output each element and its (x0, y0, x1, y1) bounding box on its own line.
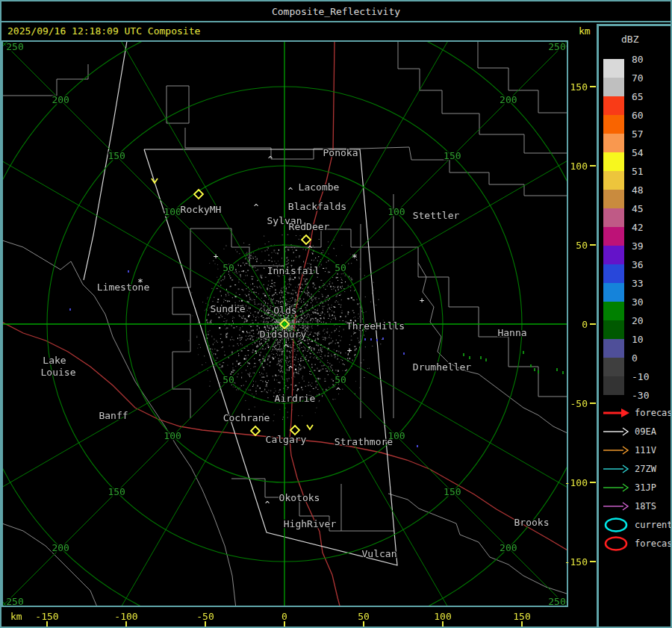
bottom-axis-label: -50 (196, 611, 214, 622)
legend-item-label: forecast (635, 538, 672, 549)
dbz-scale-block (603, 302, 624, 320)
caret-marker-icon: ^ (254, 202, 259, 212)
bottom-axis-label: 0 (281, 611, 287, 622)
plus-marker-icon: + (420, 296, 425, 305)
dbz-scale-label: 54 (632, 147, 644, 158)
bottom-axis-tick (442, 621, 444, 627)
dbz-scale-block (603, 96, 624, 115)
city-label-stettler: Stettler (413, 210, 460, 221)
dbz-scale-label: 65 (632, 91, 644, 102)
bottom-axis-label: 150 (513, 611, 530, 622)
ring-label: 100 (164, 430, 181, 441)
legend-arrow-icon (602, 498, 632, 514)
dbz-scale-label: 60 (632, 110, 644, 121)
bottom-axis-label: -100 (114, 611, 137, 622)
right-axis-label: 150 (570, 81, 588, 93)
legend-item-label: 27ZW (635, 464, 656, 474)
caret-marker-icon: ^ (308, 244, 313, 254)
ring-label: 250 (6, 596, 23, 606)
ring-label: 150 (444, 150, 461, 161)
scale-title: dBZ (621, 34, 638, 45)
dbz-scale-block (603, 246, 624, 264)
dbz-scale-block (603, 358, 624, 376)
dbz-scale-block (603, 78, 624, 96)
city-label-hanna: Hanna (497, 327, 526, 338)
bottom-axis-label: 50 (358, 611, 370, 622)
right-axis-tick (590, 244, 596, 246)
city-label-ponoka: Ponoka (323, 147, 358, 158)
ring-label: 200 (500, 94, 517, 105)
city-label-drumheller: Drumheller (413, 361, 471, 373)
bottom-axis-tick (521, 621, 523, 627)
city-label-blackfalds: Blackfalds (288, 201, 346, 212)
ring-label: 250 (6, 42, 23, 52)
dbz-scale-label: 80 (632, 54, 644, 65)
legend-item-18TS: 18TS (602, 497, 656, 515)
timestamp-label: 2025/09/16 12:18:09 UTC Composite (7, 25, 200, 37)
city-label-highriver: HighRiver (284, 518, 337, 529)
axis-unit-top-right: km (579, 25, 591, 37)
city-label-reddeer: RedDeer (289, 221, 330, 232)
ring-label: 100 (388, 206, 405, 217)
right-axis-tick (590, 482, 596, 483)
dbz-scale-label: -10 (632, 371, 649, 382)
legend-item-label: forecast (635, 408, 672, 418)
city-label-brooks: Brooks (514, 517, 550, 528)
city-label-innisfail: Innisfail (267, 265, 320, 276)
right-axis-tick (590, 402, 596, 404)
legend-item-forecast: forecast (602, 404, 672, 422)
dbz-scale-label: 10 (632, 334, 644, 345)
city-label-cochrane: Cochrane (223, 412, 270, 423)
axis-unit-bottom-left: km (10, 611, 22, 622)
city-labels: PonokaLacombeBlackfaldsSylvanRedDeerRock… (41, 147, 550, 559)
bottom-axis-tick (284, 621, 285, 627)
plus-marker-icon: + (214, 252, 219, 261)
radar-app-window: { "window": { "title": "Composite_Reflec… (0, 0, 672, 628)
city-label-banff: Banff (99, 410, 128, 421)
ring-label: 150 (444, 486, 461, 497)
bottom-axis-label: 100 (434, 611, 451, 622)
dbz-scale-block (603, 227, 624, 246)
city-label-louise: Louise (41, 367, 76, 378)
dbz-scale-label: 51 (632, 166, 644, 177)
right-axis-label: 100 (570, 161, 588, 172)
city-label-olds: Olds (273, 305, 296, 316)
right-axis-label: -150 (564, 556, 588, 568)
legend-item-label: 31JP (635, 482, 656, 493)
dbz-scale-block (603, 320, 624, 339)
star-marker-icon: * (137, 276, 143, 287)
radar-map-viewport[interactable]: 5050505010010010010015015015015020020020… (1, 40, 568, 607)
city-label-okotoks: Okotoks (279, 492, 320, 503)
caret-marker-icon: ^ (268, 155, 273, 164)
ring-label: 200 (52, 542, 69, 553)
dbz-scale-label: 20 (632, 315, 644, 326)
legend-arrow-icon (602, 405, 632, 421)
bottom-axis-tick (46, 621, 48, 627)
legend-arrow-icon (602, 423, 632, 440)
dbz-scale-label: 36 (632, 259, 644, 270)
dbz-scale-block (603, 171, 624, 190)
right-axis-tick (590, 86, 596, 87)
dbz-scale-block (603, 339, 624, 358)
dbz-scale-label: 42 (632, 222, 644, 233)
color-scale-panel: dBZ 807065605754514845423936333020100-10… (597, 24, 671, 627)
ring-label: 50 (335, 262, 346, 273)
city-label-sundre: Sundre (211, 303, 246, 314)
legend-item-label: 09EA (635, 426, 656, 437)
dbz-scale-block (603, 134, 624, 152)
ring-label: 200 (500, 542, 517, 553)
down-arrow-icon (307, 425, 313, 429)
legend-item-forecast: forecast (602, 535, 672, 553)
legend-item-31JP: 31JP (602, 479, 656, 497)
dbz-scale-block (603, 152, 624, 171)
city-label-lake: Lake (43, 355, 66, 366)
dbz-scale-block (603, 376, 624, 395)
header-row: 2025/09/16 12:18:09 UTC Composite km (1, 22, 596, 40)
dbz-scale-block (603, 115, 624, 134)
right-axis-label: 0 (582, 319, 588, 330)
legend-item-current: current (602, 516, 672, 534)
radar-site-diamond-icon (251, 426, 260, 435)
ring-label: 250 (548, 42, 565, 52)
window-title-bar[interactable]: Composite_Reflectivity (1, 1, 671, 22)
bottom-axis-label: -150 (35, 611, 58, 622)
